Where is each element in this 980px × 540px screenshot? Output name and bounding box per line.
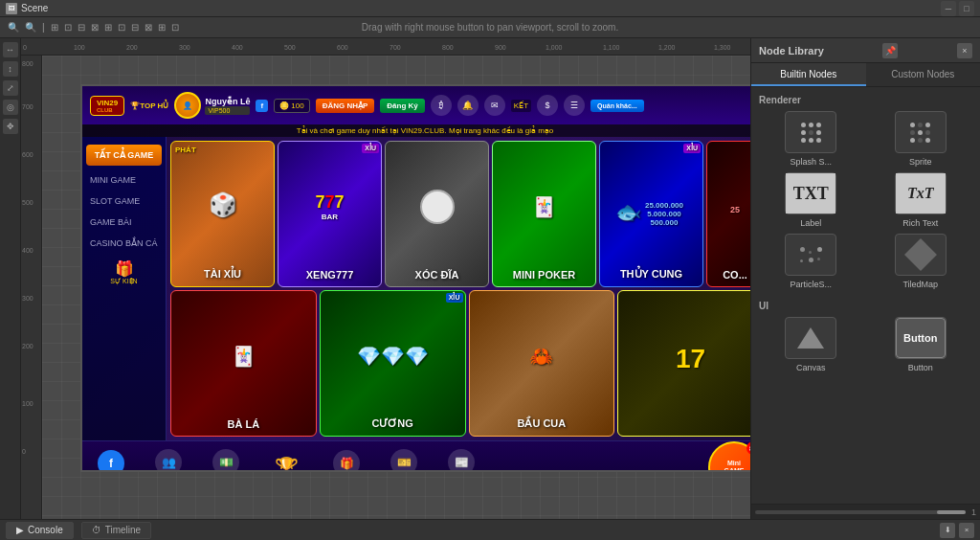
game-extra[interactable]: 25 CO... bbox=[706, 141, 750, 287]
dollar-icon[interactable]: $ bbox=[537, 95, 558, 116]
sidebar-game-bai[interactable]: GAME BÀI bbox=[82, 212, 166, 233]
game-777[interactable]: XỈU 777 BAR XENG777 bbox=[278, 141, 382, 287]
game-17[interactable]: 17 bbox=[617, 290, 750, 437]
toolbar-icon-8[interactable]: ⊡ bbox=[116, 22, 127, 33]
tab-custom-label: Custom Nodes bbox=[891, 69, 954, 79]
game-cuong[interactable]: 💎💎💎 XỈU CƯƠNG bbox=[320, 290, 466, 437]
node-rich-text[interactable]: TxT Rich Text bbox=[869, 172, 973, 228]
game-thuy-cung[interactable]: XỈU 🐟 25.000.0005.000.000500.000 THỦY CU… bbox=[599, 141, 703, 287]
game-header: VIN29 CLUB 🏆TOP HỦ 👤 Nguyễn Lê VIP500 bbox=[82, 86, 750, 124]
splash-dots-pattern bbox=[801, 123, 821, 143]
panel-close-btn[interactable]: × bbox=[957, 43, 972, 58]
game-xoc-dia[interactable]: XÓC ĐĨA bbox=[385, 141, 489, 287]
ket-btn[interactable]: KẾT bbox=[511, 100, 531, 112]
particles-node-label: ParticleS... bbox=[790, 280, 832, 289]
node-library-title: Node Library bbox=[759, 45, 824, 56]
node-label[interactable]: TXT Label bbox=[759, 172, 863, 228]
panel-pin-btn[interactable]: 📌 bbox=[882, 43, 898, 58]
game-bau-cua[interactable]: 🦀 BẦU CUA bbox=[469, 290, 615, 437]
toolbar-icon-12[interactable]: ⊡ bbox=[169, 22, 181, 33]
left-icon-4[interactable]: ◎ bbox=[3, 100, 18, 115]
node-sprite[interactable]: Sprite bbox=[869, 111, 973, 167]
xoc-dia-icon bbox=[420, 190, 455, 224]
minimize-btn[interactable]: ─ bbox=[941, 1, 956, 16]
maximize-btn[interactable]: □ bbox=[959, 1, 974, 16]
bottom-news[interactable]: 📰 Tin tức bbox=[440, 449, 482, 472]
bau-cua-label: BẦU CUA bbox=[470, 417, 614, 430]
toolbar-icon-7[interactable]: ⊞ bbox=[102, 22, 114, 33]
game-row-1: PHÁT TÀI XỈU 🎲 XỈU 777 BAR bbox=[170, 141, 750, 287]
poker-icon: 🃏 bbox=[532, 195, 556, 218]
login-button[interactable]: ĐĂNG NHẬP bbox=[316, 99, 375, 113]
tab-console[interactable]: ▶ Console bbox=[6, 522, 74, 539]
bottom-community[interactable]: 👥 Cộng đồng bbox=[147, 449, 189, 472]
toolbar-icon-4[interactable]: ⊡ bbox=[62, 22, 74, 33]
label-node-label: Label bbox=[800, 218, 821, 228]
game-tai-xiu[interactable]: PHÁT TÀI XỈU 🎲 bbox=[170, 141, 275, 287]
left-icon-1[interactable]: ↔ bbox=[3, 42, 18, 57]
status-icon-2[interactable]: × bbox=[959, 523, 974, 538]
toolbar-icon-3[interactable]: ⊞ bbox=[49, 22, 60, 33]
ui-section-title: UI bbox=[759, 301, 972, 311]
mail-icon[interactable]: ✉ bbox=[484, 95, 505, 116]
left-icon-2[interactable]: ↕ bbox=[3, 61, 18, 77]
bottom-giftcode[interactable]: 🎁 Giftcode bbox=[325, 450, 368, 473]
bell-icon[interactable]: 🔔 bbox=[457, 95, 479, 116]
promo-bar: Tải và chơi game duy nhất tại VIN29.CLUB… bbox=[82, 124, 750, 137]
node-splash[interactable]: Splash S... bbox=[759, 111, 863, 167]
canvas-node-label: Canvas bbox=[796, 363, 826, 372]
tab-timeline[interactable]: ⏱ Timeline bbox=[81, 522, 151, 539]
menu-icon[interactable]: ☰ bbox=[564, 95, 585, 116]
bottom-referral[interactable]: 🎫 Mã giới thiệu bbox=[383, 449, 425, 472]
center-column: 0 100 200 300 400 500 600 700 800 900 1,… bbox=[21, 38, 750, 519]
game-mini-poker[interactable]: 🃏 MINI POKER bbox=[492, 141, 596, 287]
register-button[interactable]: Đăng Ký bbox=[380, 99, 424, 113]
left-icon-5[interactable]: ✥ bbox=[3, 119, 18, 134]
tiledmap-node-label: TiledMap bbox=[902, 280, 938, 289]
left-icon-3[interactable]: ⤢ bbox=[3, 80, 18, 96]
bottom-fanpage[interactable]: f Fanpage bbox=[90, 450, 132, 473]
node-particles[interactable]: ParticleS... bbox=[759, 234, 863, 289]
toolbar-icon-1[interactable]: 🔍 bbox=[6, 22, 21, 33]
mini-game-badge[interactable]: 87 MiniGAME bbox=[708, 441, 750, 472]
rich-text-node-label: Rich Text bbox=[902, 218, 938, 228]
toolbar-sep: | bbox=[40, 22, 47, 33]
sidebar-mini-game[interactable]: MINI GAME bbox=[82, 169, 166, 191]
sidebar-slot-game[interactable]: SLOT GAME bbox=[82, 191, 166, 212]
all-games-btn[interactable]: TẤT CẢ GAME bbox=[86, 145, 162, 166]
status-icon-1[interactable]: ⬇ bbox=[940, 523, 955, 538]
scroll-thumb[interactable] bbox=[937, 510, 966, 514]
cuong-icon: 💎💎💎 bbox=[357, 345, 429, 368]
toolbar-icon-5[interactable]: ⊟ bbox=[76, 22, 87, 33]
gold-decoration: 🏆 bbox=[262, 456, 310, 472]
toolbar-icon-2[interactable]: 🔍 bbox=[23, 22, 38, 33]
timeline-label: Timeline bbox=[105, 525, 141, 535]
node-canvas[interactable]: Canvas bbox=[759, 317, 863, 372]
bottom-withdraw[interactable]: 💵 Rút tiền bbox=[205, 449, 247, 472]
button-node-icon: Button bbox=[895, 317, 947, 359]
mini-game-label: MiniGAME bbox=[724, 460, 745, 472]
toolbar-icon-10[interactable]: ⊠ bbox=[143, 22, 154, 33]
toolbar-icon-11[interactable]: ⊞ bbox=[156, 22, 167, 33]
extra-label: CO... bbox=[707, 269, 750, 281]
toolbar-icon-6[interactable]: ⊠ bbox=[89, 22, 100, 33]
vruler-500: 500 bbox=[22, 199, 33, 206]
gift-area[interactable]: 🎁 SỰ KIỆN bbox=[82, 254, 166, 291]
toolbar-icon-9[interactable]: ⊟ bbox=[129, 22, 141, 33]
splash-node-label: Splash S... bbox=[790, 157, 832, 167]
tab-builtin-nodes[interactable]: Builtin Nodes bbox=[751, 63, 866, 86]
node-tiledmap[interactable]: TiledMap bbox=[869, 234, 973, 289]
particles-node-icon bbox=[785, 234, 836, 276]
tab-custom-nodes[interactable]: Custom Nodes bbox=[866, 63, 981, 86]
vruler-400: 400 bbox=[22, 247, 33, 254]
node-button[interactable]: Button Button bbox=[869, 317, 973, 372]
btc-icon[interactable]: ₿ bbox=[431, 95, 452, 116]
ruler-mark-300: 300 bbox=[179, 44, 190, 51]
more-button[interactable]: Quán khác... bbox=[590, 100, 644, 112]
vruler-600: 600 bbox=[22, 151, 33, 158]
game-ba-la[interactable]: 🃏 BÀ LÁ bbox=[170, 290, 317, 437]
scroll-track[interactable] bbox=[755, 510, 966, 514]
sidebar-casino[interactable]: CASINO BẮN CÁ bbox=[82, 233, 166, 254]
viewport-toolbar: 🔍 🔍 | ⊞ ⊡ ⊟ ⊠ ⊞ ⊡ ⊟ ⊠ ⊞ ⊡ Drag with righ… bbox=[0, 17, 980, 38]
facebook-btn[interactable]: f bbox=[256, 100, 268, 112]
